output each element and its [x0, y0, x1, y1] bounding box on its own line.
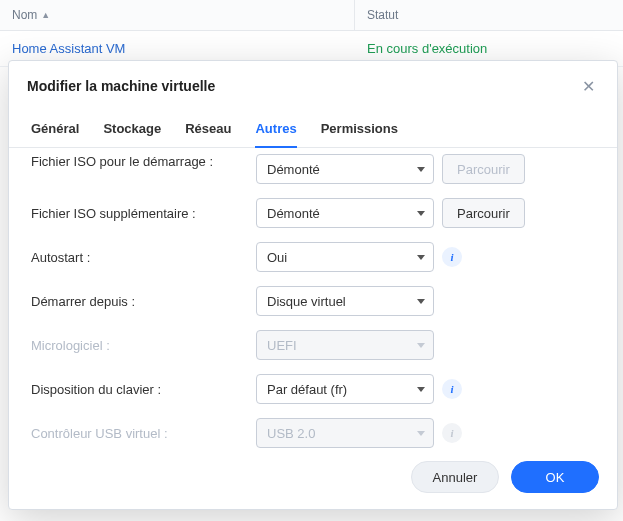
select-usb-controller-value: USB 2.0 — [267, 426, 315, 441]
select-extra-iso[interactable]: Démonté — [256, 198, 434, 228]
tab-others[interactable]: Autres — [255, 113, 296, 148]
modal-header: Modifier la machine virtuelle ✕ — [9, 61, 617, 107]
modal-body: Fichier ISO pour le démarrage : Démonté … — [9, 148, 617, 449]
info-icon: i — [442, 423, 462, 443]
select-boot-iso-value: Démonté — [267, 162, 320, 177]
chevron-down-icon — [417, 299, 425, 304]
modal-tabs: Général Stockage Réseau Autres Permissio… — [9, 107, 617, 148]
chevron-down-icon — [417, 431, 425, 436]
label-boot-iso: Fichier ISO pour le démarrage : — [31, 154, 256, 171]
edit-vm-modal: Modifier la machine virtuelle ✕ Général … — [8, 60, 618, 510]
row-usb-controller: Contrôleur USB virtuel : USB 2.0 i — [31, 411, 595, 449]
label-firmware: Micrologiciel : — [31, 338, 256, 353]
select-extra-iso-value: Démonté — [267, 206, 320, 221]
info-icon[interactable]: i — [442, 247, 462, 267]
close-icon: ✕ — [582, 77, 595, 96]
label-usb-controller: Contrôleur USB virtuel : — [31, 426, 256, 441]
col-name-label: Nom — [12, 8, 37, 22]
col-header-status[interactable]: Statut — [355, 0, 410, 30]
close-button[interactable]: ✕ — [577, 75, 599, 97]
select-autostart[interactable]: Oui — [256, 242, 434, 272]
row-extra-iso: Fichier ISO supplémentaire : Démonté Par… — [31, 191, 595, 235]
chevron-down-icon — [417, 167, 425, 172]
row-autostart: Autostart : Oui i — [31, 235, 595, 279]
modal-title: Modifier la machine virtuelle — [27, 78, 215, 94]
tab-general[interactable]: Général — [31, 113, 79, 148]
ok-button[interactable]: OK — [511, 461, 599, 493]
chevron-down-icon — [417, 211, 425, 216]
row-keyboard: Disposition du clavier : Par défaut (fr)… — [31, 367, 595, 411]
select-keyboard-value: Par défaut (fr) — [267, 382, 347, 397]
col-status-label: Statut — [367, 8, 398, 22]
select-usb-controller: USB 2.0 — [256, 418, 434, 448]
cancel-button[interactable]: Annuler — [411, 461, 499, 493]
form-scroll-area[interactable]: Fichier ISO pour le démarrage : Démonté … — [31, 148, 611, 449]
select-boot-from-value: Disque virtuel — [267, 294, 346, 309]
label-keyboard: Disposition du clavier : — [31, 382, 256, 397]
browse-extra-iso-button[interactable]: Parcourir — [442, 198, 525, 228]
row-boot-iso: Fichier ISO pour le démarrage : Démonté … — [31, 152, 595, 191]
tab-storage[interactable]: Stockage — [103, 113, 161, 148]
select-boot-from[interactable]: Disque virtuel — [256, 286, 434, 316]
info-icon[interactable]: i — [442, 379, 462, 399]
chevron-down-icon — [417, 255, 425, 260]
select-boot-iso[interactable]: Démonté — [256, 154, 434, 184]
browse-boot-iso-button[interactable]: Parcourir — [442, 154, 525, 184]
table-header: Nom ▲ Statut — [0, 0, 623, 31]
label-autostart: Autostart : — [31, 250, 256, 265]
tab-network[interactable]: Réseau — [185, 113, 231, 148]
select-firmware-value: UEFI — [267, 338, 297, 353]
label-extra-iso: Fichier ISO supplémentaire : — [31, 206, 256, 221]
label-boot-from: Démarrer depuis : — [31, 294, 256, 309]
row-boot-from: Démarrer depuis : Disque virtuel — [31, 279, 595, 323]
modal-footer: Annuler OK — [9, 449, 617, 509]
select-firmware: UEFI — [256, 330, 434, 360]
chevron-down-icon — [417, 387, 425, 392]
chevron-down-icon — [417, 343, 425, 348]
tab-permissions[interactable]: Permissions — [321, 113, 398, 148]
vm-table: Nom ▲ Statut Home Assistant VM En cours … — [0, 0, 623, 67]
select-keyboard[interactable]: Par défaut (fr) — [256, 374, 434, 404]
col-header-name[interactable]: Nom ▲ — [0, 0, 355, 30]
row-firmware: Micrologiciel : UEFI — [31, 323, 595, 367]
select-autostart-value: Oui — [267, 250, 287, 265]
sort-asc-icon: ▲ — [41, 10, 50, 20]
